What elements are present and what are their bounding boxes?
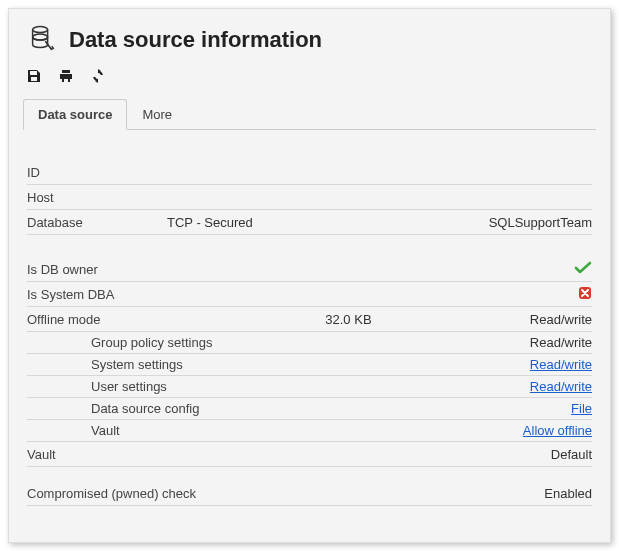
svg-point-0 xyxy=(33,27,48,33)
page-title: Data source information xyxy=(69,27,322,53)
row-offline-mode: Offline mode 32.0 KB Read/write xyxy=(27,307,592,332)
tab-bar: Data source More xyxy=(23,98,596,130)
row-pwned: Compromised (pwned) check Enabled xyxy=(27,481,592,506)
offline-mode-label: Offline mode xyxy=(27,312,167,327)
pwned-value: Enabled xyxy=(544,486,592,501)
vault-value: Default xyxy=(551,447,592,462)
toolbar xyxy=(23,66,596,96)
row-id: ID xyxy=(27,160,592,185)
row-user-settings: User settings Read/write xyxy=(27,376,592,398)
tab-more[interactable]: More xyxy=(127,99,187,130)
save-icon xyxy=(26,68,42,87)
svg-point-1 xyxy=(33,34,48,40)
is-db-owner-label: Is DB owner xyxy=(27,262,167,277)
print-button[interactable] xyxy=(57,68,75,86)
ds-config-link[interactable]: File xyxy=(571,401,592,416)
offline-mode-size: 32.0 KB xyxy=(167,312,530,327)
user-settings-link[interactable]: Read/write xyxy=(530,379,592,394)
header: Data source information xyxy=(23,19,596,66)
row-is-system-dba: Is System DBA xyxy=(27,282,592,307)
pwned-label: Compromised (pwned) check xyxy=(27,486,247,501)
vault-sub-label: Vault xyxy=(27,423,231,438)
user-settings-label: User settings xyxy=(27,379,231,394)
is-db-owner-value xyxy=(574,261,592,278)
id-label: ID xyxy=(27,165,167,180)
host-label: Host xyxy=(27,190,167,205)
vault-label: Vault xyxy=(27,447,167,462)
row-group-policy: Group policy settings Read/write xyxy=(27,332,592,354)
database-value: SQLSupportTeam xyxy=(489,215,592,230)
save-button[interactable] xyxy=(25,68,43,86)
check-icon xyxy=(574,263,592,278)
offline-mode-value: Read/write xyxy=(530,312,592,327)
offline-sublist: Group policy settings Read/write System … xyxy=(27,332,592,442)
group-policy-value: Read/write xyxy=(530,335,592,350)
row-vault: Vault Default xyxy=(27,442,592,467)
row-database: Database TCP - Secured SQLSupportTeam xyxy=(27,210,592,235)
is-system-dba-label: Is System DBA xyxy=(27,287,167,302)
app-logo-icon xyxy=(27,23,57,56)
print-icon xyxy=(58,68,74,87)
refresh-icon xyxy=(90,68,106,87)
panel: Data source information Data source More… xyxy=(8,8,611,543)
row-host: Host xyxy=(27,185,592,210)
system-settings-link[interactable]: Read/write xyxy=(530,357,592,372)
database-mid: TCP - Secured xyxy=(167,215,489,230)
database-label: Database xyxy=(27,215,167,230)
x-icon xyxy=(578,286,592,300)
row-is-db-owner: Is DB owner xyxy=(27,257,592,282)
tab-data-source[interactable]: Data source xyxy=(23,99,127,130)
group-policy-label: Group policy settings xyxy=(27,335,231,350)
row-system-settings: System settings Read/write xyxy=(27,354,592,376)
row-vault-sub: Vault Allow offline xyxy=(27,420,592,442)
content-area: ID Host Database TCP - Secured SQLSuppor… xyxy=(23,130,596,510)
system-settings-label: System settings xyxy=(27,357,231,372)
vault-sub-link[interactable]: Allow offline xyxy=(523,423,592,438)
refresh-button[interactable] xyxy=(89,68,107,86)
is-system-dba-value xyxy=(578,286,592,303)
ds-config-label: Data source config xyxy=(27,401,231,416)
row-ds-config: Data source config File xyxy=(27,398,592,420)
